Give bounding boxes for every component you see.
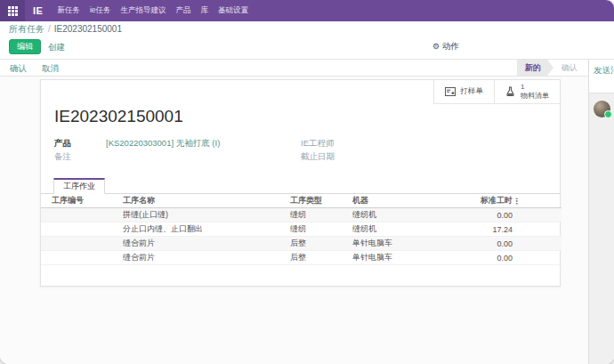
remark-field-label: 备注 [54,151,106,163]
op-hours-cell: 17.24 [459,222,513,237]
gear-icon: ⚙ [432,43,440,51]
op-name-cell: 分止口内缝、止口翻出 [123,222,290,237]
field-group-right: IE工程师 截止日期 [301,137,546,164]
op-hours-cell: 0.00 [459,237,513,251]
operations-tbody: 拼缝(止口缝) 缝纫 缝纫机 0.00 分止口内缝、止口翻出 缝纫 缝纫机 17… [41,208,561,265]
control-bar: 编辑 创建 ⚙ 动作 [0,36,614,59]
main-menu: 新任务 ie任务 生产指导建议 产品 库 基础设置 [57,5,248,16]
op-machine-cell: 单针电脑车 [352,251,459,265]
print-sample-label: 打样单 [461,86,484,97]
op-extra-cell [513,208,561,222]
window: IE 新任务 ie任务 生产指导建议 产品 库 基础设置 所有任务 / IE20… [0,0,614,364]
op-code-cell [41,222,123,237]
breadcrumb-parent-link[interactable]: 所有任务 [9,23,44,36]
app-brand[interactable]: IE [33,5,43,16]
operation-row[interactable]: 分止口内缝、止口翻出 缝纫 缝纫机 17.24 [41,222,561,237]
confirm-button[interactable]: 确认 [10,63,27,75]
stage-confirmed[interactable]: 确认 [553,60,580,76]
main-content: 打样单 1 物料清单 IE202302150001 [0,77,588,364]
nav-ie-task[interactable]: ie任务 [90,5,111,16]
engineer-field-label: IE工程师 [301,138,334,150]
op-type-cell: 缝纫 [290,222,352,237]
op-code-cell [41,208,123,222]
stage-indicator: 新的 确认 [517,60,580,76]
nav-inventory[interactable]: 库 [201,5,209,16]
send-message-button[interactable]: 发送消息 [589,60,614,77]
op-extra-cell [513,251,561,265]
op-name-cell: 缝合前片 [123,237,290,251]
col-header-op-code[interactable]: 工序编号 [41,194,123,208]
op-code-cell [41,251,123,265]
form-sheet: 打样单 1 物料清单 IE202302150001 [40,79,561,287]
op-type-cell: 缝纫 [290,208,352,222]
create-button[interactable]: 创建 [48,42,65,53]
nav-basic-settings[interactable]: 基础设置 [218,5,248,16]
action-menu-button[interactable]: ⚙ 动作 [432,41,459,53]
chatter-panel: 发送消息 [588,59,614,364]
operations-table: 工序编号 工序名称 工序类型 机器 标准工时 ⋮ 拼缝(止口缝) 缝纫 缝纫机 … [41,194,561,265]
tab-operations[interactable]: 工序作业 [53,178,105,194]
tab-bar: 工序作业 [41,178,560,194]
op-name-cell: 缝合前片 [123,251,290,265]
operations-header-row: 工序编号 工序名称 工序类型 机器 标准工时 ⋮ [41,194,561,208]
online-status-dot [604,110,612,118]
flask-icon [505,86,515,97]
apps-menu-button[interactable] [0,0,25,21]
cancel-button[interactable]: 取消 [42,63,59,75]
breadcrumb: 所有任务 / IE202302150001 [0,21,614,36]
product-field-label: 产品 [54,138,106,150]
col-header-machine[interactable]: 机器 [352,194,459,208]
op-hours-cell: 0.00 [459,208,513,222]
nav-production-guidance[interactable]: 生产指导建议 [121,5,166,16]
smart-button-box: 打样单 1 物料清单 [433,80,561,104]
apps-grid-icon [8,6,18,16]
top-navbar: IE 新任务 ie任务 生产指导建议 产品 库 基础设置 [0,0,614,21]
status-bar: 确认 取消 新的 确认 [0,59,588,77]
operation-row[interactable]: 缝合前片 后整 单针电脑车 0.00 [41,237,561,251]
op-type-cell: 后整 [290,251,352,265]
op-type-cell: 后整 [290,237,352,251]
col-header-std-hours[interactable]: 标准工时 [459,194,513,208]
col-header-op-name[interactable]: 工序名称 [123,194,290,208]
print-sample-button[interactable]: 打样单 [433,80,495,104]
breadcrumb-separator: / [48,24,51,34]
op-machine-cell: 缝纫机 [352,208,459,222]
record-title: IE202302150001 [54,107,183,126]
op-machine-cell: 单针电脑车 [352,237,459,251]
op-extra-cell [513,237,561,251]
product-field-value[interactable]: [KS20220303001] 无袖打底 (I) [106,138,220,150]
op-code-cell [41,237,123,251]
breadcrumb-current: IE202302150001 [54,24,122,34]
chatter-message-area [589,93,614,364]
bom-count: 1 [521,83,549,92]
action-menu-label: 动作 [442,41,459,53]
deadline-field-label: 截止日期 [301,151,335,163]
edit-button[interactable]: 编辑 [9,39,41,54]
stage-new[interactable]: 新的 [517,60,553,76]
avatar [594,101,610,117]
field-group: 产品 [KS20220303001] 无袖打底 (I) 备注 IE工程师 截止日… [54,137,546,164]
op-hours-cell: 0.00 [459,251,513,265]
field-group-left: 产品 [KS20220303001] 无袖打底 (I) 备注 [54,137,301,164]
op-extra-cell [513,222,561,237]
bom-button-text: 1 物料清单 [521,83,549,100]
op-machine-cell: 缝纫机 [352,222,459,237]
bom-label: 物料清单 [521,92,549,101]
nav-product[interactable]: 产品 [176,5,191,16]
bom-smart-button[interactable]: 1 物料清单 [494,80,560,104]
document-icon [445,87,456,96]
nav-new-task[interactable]: 新任务 [57,5,80,16]
operation-row[interactable]: 缝合前片 后整 单针电脑车 0.00 [41,251,561,265]
optional-columns-icon[interactable]: ⋮ [513,197,521,206]
col-header-op-type[interactable]: 工序类型 [290,194,352,208]
operation-row[interactable]: 拼缝(止口缝) 缝纫 缝纫机 0.00 [41,208,561,222]
notebook: 工序作业 工序编号 工序名称 工序类型 机器 标准工时 ⋮ [41,178,560,265]
op-name-cell: 拼缝(止口缝) [123,208,290,222]
